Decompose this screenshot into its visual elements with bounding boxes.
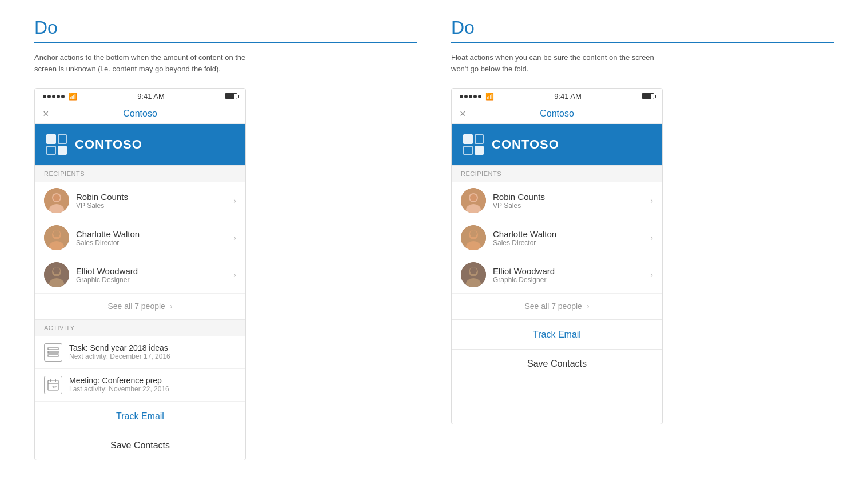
right-nav-title: Contoso xyxy=(540,109,574,119)
left-meeting-date: Last activity: November 22, 2016 xyxy=(69,385,236,393)
svg-point-27 xyxy=(470,230,477,237)
right-elliot-name: Elliot Woodward xyxy=(493,266,643,276)
left-company-name: CONTOSO xyxy=(75,137,142,152)
left-avatar-robin xyxy=(44,188,69,213)
task-icon xyxy=(44,343,62,362)
right-time: 9:41 AM xyxy=(554,92,582,101)
right-close-button[interactable]: × xyxy=(460,108,466,120)
right-underline xyxy=(451,42,834,43)
r-logo-cell-br xyxy=(475,146,484,155)
r-dot3 xyxy=(469,95,472,98)
right-elliot-role: Graphic Designer xyxy=(493,276,643,284)
right-elliot-chevron: › xyxy=(650,270,653,279)
right-charlotte-role: Sales Director xyxy=(493,239,643,247)
left-charlotte-chevron: › xyxy=(233,233,236,242)
dot2 xyxy=(47,95,51,98)
right-robin-chevron: › xyxy=(650,196,653,205)
right-charlotte-chevron: › xyxy=(650,233,653,242)
right-battery-icon xyxy=(642,93,654,99)
right-phone-frame: 📶 9:41 AM × Contoso CONTOSO xyxy=(451,88,663,424)
left-robin-role: VP Sales xyxy=(76,202,226,210)
left-track-email-button[interactable]: Track Email xyxy=(35,402,245,431)
dot4 xyxy=(57,95,60,98)
left-see-all-row[interactable]: See all 7 people › xyxy=(35,294,245,319)
right-see-all-text: See all 7 people xyxy=(524,302,582,311)
dot5 xyxy=(61,95,65,98)
left-task-title: Task: Send year 2018 ideas xyxy=(69,343,236,352)
right-robin-role: VP Sales xyxy=(493,202,643,210)
r-logo-cell-tl xyxy=(463,134,473,144)
right-column: Do Float actions when you can be sure th… xyxy=(451,17,834,460)
right-avatar-elliot xyxy=(461,262,486,287)
logo-cell-bl xyxy=(46,146,56,155)
left-do-title: Do xyxy=(34,17,417,38)
r-dot1 xyxy=(460,95,463,98)
left-status-bar: 📶 9:41 AM xyxy=(35,89,245,104)
left-robin-info: Robin Counts VP Sales xyxy=(76,192,226,210)
right-see-all-chevron: › xyxy=(587,302,590,311)
right-status-bar: 📶 9:41 AM xyxy=(452,89,662,104)
right-charlotte-info: Charlotte Walton Sales Director xyxy=(493,229,643,247)
right-signal: 📶 xyxy=(460,93,494,101)
right-description: Float actions when you can be sure the c… xyxy=(451,52,668,74)
signal-dots xyxy=(43,95,65,98)
right-contact-robin[interactable]: Robin Counts VP Sales › xyxy=(452,182,662,219)
right-robin-info: Robin Counts VP Sales xyxy=(493,192,643,210)
left-avatar-charlotte xyxy=(44,225,69,250)
left-nav-bar: × Contoso xyxy=(35,104,245,124)
right-see-all-row[interactable]: See all 7 people › xyxy=(452,294,662,319)
left-contact-elliot[interactable]: Elliot Woodward Graphic Designer › xyxy=(35,256,245,294)
left-charlotte-role: Sales Director xyxy=(76,239,226,247)
right-charlotte-name: Charlotte Walton xyxy=(493,229,643,239)
right-do-title: Do xyxy=(451,17,834,38)
meeting-icon: 12 xyxy=(44,376,62,394)
svg-point-3 xyxy=(53,194,60,201)
task-icon-svg xyxy=(47,347,59,358)
right-contact-charlotte[interactable]: Charlotte Walton Sales Director › xyxy=(452,219,662,256)
svg-rect-14 xyxy=(48,355,58,356)
right-avatar-charlotte xyxy=(461,225,486,250)
left-charlotte-name: Charlotte Walton xyxy=(76,229,226,239)
right-battery xyxy=(642,93,654,99)
logo-cell-tl xyxy=(46,134,56,144)
r-dot4 xyxy=(473,95,477,98)
r-robin-avatar-svg xyxy=(461,188,486,213)
left-phone-frame: 📶 9:41 AM × Contoso CONTOSO xyxy=(34,88,246,460)
left-underline xyxy=(34,42,417,43)
right-recipients-header: RECIPIENTS xyxy=(452,165,662,182)
dot1 xyxy=(43,95,46,98)
logo-cell-tr xyxy=(58,134,67,144)
left-avatar-elliot xyxy=(44,262,69,287)
left-robin-chevron: › xyxy=(233,196,236,205)
right-save-contacts-button[interactable]: Save Contacts xyxy=(452,349,662,378)
left-see-all-chevron: › xyxy=(170,302,173,311)
r-dot2 xyxy=(464,95,468,98)
svg-point-23 xyxy=(470,194,477,201)
left-contact-robin[interactable]: Robin Counts VP Sales › xyxy=(35,182,245,219)
left-elliot-role: Graphic Designer xyxy=(76,276,226,284)
left-charlotte-info: Charlotte Walton Sales Director xyxy=(76,229,226,247)
left-activity-task[interactable]: Task: Send year 2018 ideas Next activity… xyxy=(35,336,245,369)
right-track-email-button[interactable]: Track Email xyxy=(452,319,662,349)
r-elliot-avatar-svg xyxy=(461,262,486,287)
left-task-info: Task: Send year 2018 ideas Next activity… xyxy=(69,343,236,360)
right-contact-elliot[interactable]: Elliot Woodward Graphic Designer › xyxy=(452,256,662,294)
left-task-date: Next activity: December 17, 2016 xyxy=(69,352,236,360)
right-battery-fill xyxy=(642,94,651,99)
wifi-icon: 📶 xyxy=(69,93,77,101)
elliot-avatar-svg xyxy=(44,262,69,287)
left-close-button[interactable]: × xyxy=(43,108,49,120)
left-see-all-text: See all 7 people xyxy=(107,302,165,311)
right-signal-dots xyxy=(460,95,481,98)
svg-point-31 xyxy=(470,267,477,274)
left-nav-title: Contoso xyxy=(123,109,157,119)
left-recipients-header: RECIPIENTS xyxy=(35,165,245,182)
left-activity-meeting[interactable]: 12 Meeting: Conference prep Last activit… xyxy=(35,369,245,402)
svg-rect-13 xyxy=(48,351,58,353)
left-contact-charlotte[interactable]: Charlotte Walton Sales Director › xyxy=(35,219,245,256)
left-time: 9:41 AM xyxy=(137,92,165,101)
left-robin-name: Robin Counts xyxy=(76,192,226,202)
r-logo-cell-bl xyxy=(463,146,473,155)
left-signal: 📶 xyxy=(43,93,77,101)
left-save-contacts-button[interactable]: Save Contacts xyxy=(35,431,245,460)
